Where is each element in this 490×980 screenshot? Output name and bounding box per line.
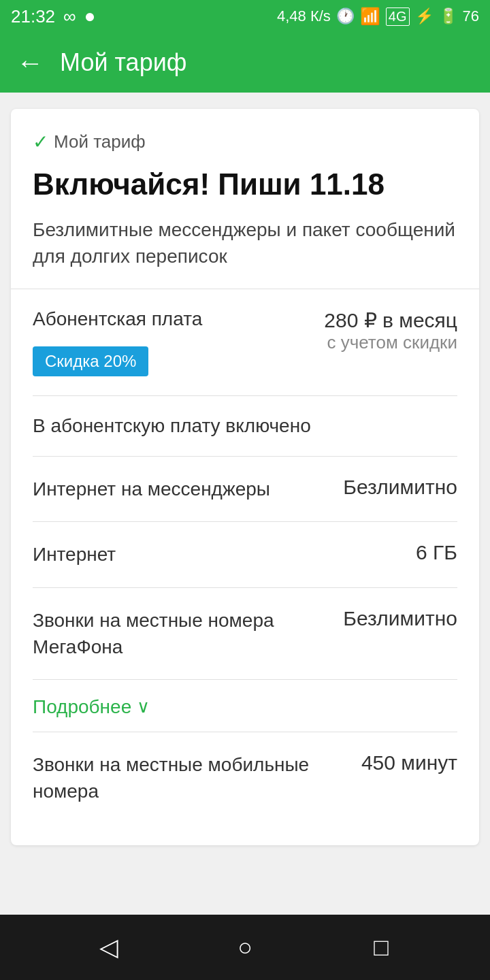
status-clock-icon: 🕐 xyxy=(336,7,355,25)
tariff-description: Безлимитные мессенджеры и пакет сообщени… xyxy=(33,216,457,270)
calls-mobile-value: 450 минут xyxy=(361,751,457,774)
status-bar: 21:32 ∞ ● 4,48 К/s 🕐 📶 4G ⚡ 🔋 76 xyxy=(0,0,490,33)
calls-megafon-label: Звонки на местные номера МегаФона xyxy=(33,610,274,657)
tariff-name: Включайся! Пиши 11.18 xyxy=(33,167,457,203)
back-button[interactable]: ← xyxy=(16,48,44,78)
calls-megafon-label-container: Звонки на местные номера МегаФона xyxy=(33,607,343,660)
details-label: Подробнее xyxy=(33,696,131,718)
status-right: 4,48 К/s 🕐 📶 4G ⚡ 🔋 76 xyxy=(277,7,479,26)
status-battery-icon: 🔋 xyxy=(439,7,457,25)
my-tariff-text: Мой тариф xyxy=(54,131,146,152)
status-speed: 4,48 К/s xyxy=(277,7,331,25)
app-bar: ← Мой тариф xyxy=(0,33,490,93)
price-value-container: 280 ₽ в месяц с учетом скидки xyxy=(324,308,457,353)
internet-messengers-value: Безлимитно xyxy=(343,476,457,499)
discount-badge: Скидка 20% xyxy=(33,346,148,376)
status-left: 21:32 ∞ ● xyxy=(11,5,96,27)
internet-label-container: Интернет xyxy=(33,541,416,568)
bottom-nav: ◁ ○ □ xyxy=(0,915,490,980)
calls-mobile-row: Звонки на местные мобильные номера 450 м… xyxy=(33,732,457,823)
my-tariff-label: ✓ Мой тариф xyxy=(33,131,457,153)
calls-megafon-row: Звонки на местные номера МегаФона Безлим… xyxy=(33,588,457,680)
internet-messengers-label: Интернет на мессенджеры xyxy=(33,478,270,500)
status-time: 21:32 xyxy=(11,6,55,27)
status-4g-icon: 4G xyxy=(386,7,410,26)
status-infinity: ∞ xyxy=(63,6,76,27)
price-label: Абонентская плата xyxy=(33,308,313,330)
status-signal-icon: 📶 xyxy=(360,7,380,26)
nav-back-button[interactable]: ◁ xyxy=(85,924,133,971)
main-content: ✓ Мой тариф Включайся! Пиши 11.18 Безлим… xyxy=(0,93,490,915)
internet-row: Интернет 6 ГБ xyxy=(33,522,457,587)
price-amount: 280 ₽ в месяц xyxy=(324,308,457,332)
chevron-down-icon: ∨ xyxy=(137,696,150,717)
calls-mobile-label-container: Звонки на местные мобильные номера xyxy=(33,751,361,804)
internet-messengers-label-container: Интернет на мессенджеры xyxy=(33,476,343,502)
nav-recent-button[interactable]: □ xyxy=(357,924,405,971)
internet-label: Интернет xyxy=(33,544,116,565)
calls-mobile-label: Звонки на местные мобильные номера xyxy=(33,754,309,802)
details-link[interactable]: Подробнее ∨ xyxy=(33,696,457,718)
tariff-card: ✓ Мой тариф Включайся! Пиши 11.18 Безлим… xyxy=(11,109,479,845)
status-icon-circle: ● xyxy=(84,5,96,27)
price-note: с учетом скидки xyxy=(324,332,457,353)
included-label: В абонентскую плату включено xyxy=(33,415,311,436)
included-section: В абонентскую плату включено xyxy=(33,396,457,457)
page-title: Мой тариф xyxy=(60,48,186,77)
price-row: Абонентская плата Скидка 20% 280 ₽ в мес… xyxy=(33,308,457,376)
price-section: Абонентская плата Скидка 20% 280 ₽ в мес… xyxy=(33,289,457,396)
status-battery: 76 xyxy=(463,7,479,25)
internet-value: 6 ГБ xyxy=(416,541,457,564)
calls-megafon-value: Безлимитно xyxy=(343,607,457,630)
status-lightning-icon: ⚡ xyxy=(415,7,434,25)
details-container: Подробнее ∨ xyxy=(33,680,457,732)
checkmark-icon: ✓ xyxy=(33,131,48,153)
price-label-container: Абонентская плата Скидка 20% xyxy=(33,308,324,376)
nav-home-button[interactable]: ○ xyxy=(221,924,269,971)
internet-messengers-row: Интернет на мессенджеры Безлимитно xyxy=(33,457,457,522)
